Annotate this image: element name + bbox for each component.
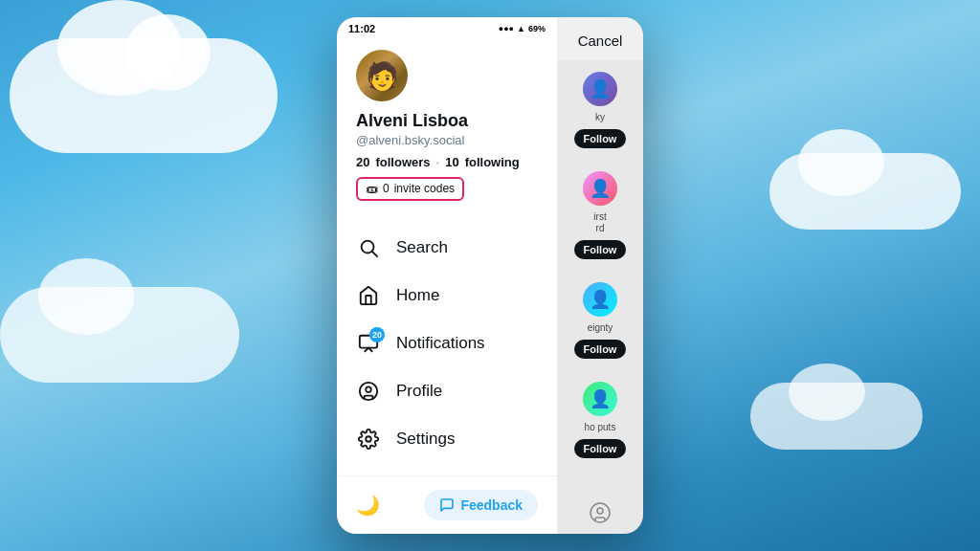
suggestion-name: eignty <box>588 322 613 334</box>
dark-mode-toggle[interactable]: 🌙 <box>356 494 380 517</box>
invite-codes-count: 0 <box>383 182 390 195</box>
feedback-label: Feedback <box>460 497 523 513</box>
suggestions-panel: Cancel 👤 ky Follow 👤 irstrd Follow 👤 eig… <box>557 17 643 534</box>
suggestion-avatar: 👤 <box>583 171 617 206</box>
nav-item-profile[interactable]: Profile <box>337 367 557 415</box>
suggestion-avatar: 👤 <box>583 382 617 416</box>
invite-codes-label: invite codes <box>394 182 455 195</box>
drawer-footer: 🌙 Feedback <box>337 475 557 534</box>
following-count: 10 <box>445 155 458 169</box>
suggestion-avatar: 👤 <box>583 72 617 106</box>
suggestion-avatar: 👤 <box>583 282 617 317</box>
follow-button[interactable]: Follow <box>574 439 627 458</box>
svg-line-1 <box>372 252 377 256</box>
battery-icon: 69% <box>528 24 546 33</box>
nav-item-home[interactable]: Home <box>337 272 557 320</box>
wifi-icon: ▲ <box>517 24 525 33</box>
nav-item-notifications[interactable]: 20 Notifications <box>337 320 557 367</box>
suggestion-item: 👤 irstrd Follow <box>557 160 643 271</box>
svg-point-4 <box>366 386 371 392</box>
cloud-decoration <box>10 38 278 153</box>
invite-codes-badge[interactable]: 🎟 0 invite codes <box>356 177 464 201</box>
signal-icon: ●●● <box>499 24 514 33</box>
feedback-button[interactable]: Feedback <box>424 490 538 520</box>
svg-point-7 <box>597 508 603 514</box>
avatar-image: 🧑 <box>366 60 399 92</box>
suggestion-item: 👤 eignty Follow <box>557 271 643 370</box>
profile-section: 🧑 Alveni Lisboa @alveni.bsky.social 20 f… <box>337 38 557 216</box>
notifications-icon: 20 <box>356 331 381 356</box>
nav-label-profile: Profile <box>396 382 442 401</box>
suggestion-item: 👤 ho puts Follow <box>557 370 643 470</box>
nav-label-home: Home <box>396 286 439 305</box>
profile-icon <box>356 379 381 404</box>
suggestion-item: 👤 ky Follow <box>557 60 643 160</box>
settings-icon <box>356 427 381 452</box>
user-name: Alveni Lisboa <box>356 111 538 132</box>
nav-item-search[interactable]: Search <box>337 224 557 272</box>
followers-count: 20 <box>356 155 369 169</box>
status-time: 11:02 <box>348 23 375 34</box>
account-icon <box>589 501 612 524</box>
nav-label-search: Search <box>396 238 448 257</box>
phone-frame: 11:02 ●●● ▲ 69% 🧑 Alveni Lisboa @alveni.… <box>337 17 643 534</box>
follow-button[interactable]: Follow <box>574 129 627 148</box>
nav-label-settings: Settings <box>396 430 455 449</box>
notification-badge: 20 <box>369 327 385 342</box>
following-label: following <box>465 155 520 169</box>
suggestion-name: irstrd <box>593 211 606 234</box>
svg-point-5 <box>366 436 371 442</box>
ticket-icon: 🎟 <box>366 182 378 196</box>
user-handle: @alveni.bsky.social <box>356 133 538 147</box>
nav-menu: Search Home 20 <box>337 216 557 475</box>
search-icon <box>356 235 381 260</box>
home-icon <box>356 283 381 308</box>
nav-item-settings[interactable]: Settings <box>337 415 557 463</box>
suggestion-name: ky <box>595 112 605 123</box>
follow-stats: 20 followers · 10 following <box>356 155 538 169</box>
svg-point-6 <box>590 503 610 522</box>
nav-label-notifications: Notifications <box>396 334 485 353</box>
cloud-decoration <box>769 153 961 230</box>
status-bar: 11:02 ●●● ▲ 69% <box>337 17 557 38</box>
avatar: 🧑 <box>356 50 408 101</box>
follow-button[interactable]: Follow <box>574 340 627 359</box>
suggestion-name: ho puts <box>585 422 616 433</box>
feedback-icon <box>439 497 455 513</box>
cloud-decoration <box>0 287 239 383</box>
followers-label: followers <box>375 155 430 169</box>
status-icons: ●●● ▲ 69% <box>499 24 546 33</box>
separator: · <box>436 155 440 169</box>
cloud-decoration <box>750 383 923 450</box>
drawer-menu: 11:02 ●●● ▲ 69% 🧑 Alveni Lisboa @alveni.… <box>337 17 557 534</box>
follow-button[interactable]: Follow <box>574 240 627 259</box>
bottom-icon-row <box>579 492 621 534</box>
cancel-button[interactable]: Cancel <box>557 17 643 60</box>
